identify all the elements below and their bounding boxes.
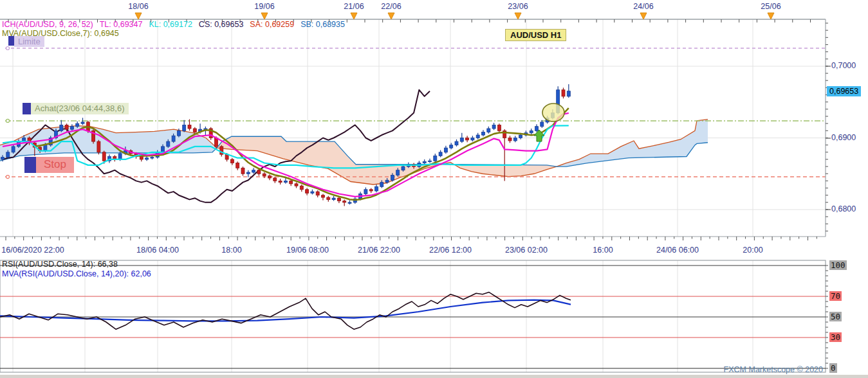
stop-order-marker-icon xyxy=(24,157,36,173)
rsi-level-label: 70 xyxy=(829,291,842,301)
date-label: 24/06 xyxy=(633,2,653,11)
time-label: 16/06/2020 22:00 xyxy=(1,246,64,255)
achat-order-label: Achat(23/06 04:44,38,6) xyxy=(31,103,129,114)
rsi-level-label: 50 xyxy=(829,312,842,321)
legend-segment-3: CS: 0,69653 xyxy=(199,20,244,29)
ichimoku-legend: ICH(AUD/USD, 9, 26, 52)TL: 0,69347KL: 0,… xyxy=(2,20,351,29)
stop-order-tag[interactable]: Stop xyxy=(24,157,74,173)
legend-segment-0: ICH(AUD/USD, 9, 26, 52) xyxy=(2,20,93,29)
time-label: 19/06 08:00 xyxy=(286,246,329,255)
date-label: 18/06 xyxy=(128,2,148,11)
achat-order-marker-icon xyxy=(23,103,31,114)
stop-order-label: Stop xyxy=(36,157,74,173)
watermark-credit: FXCM Marketscope © 2020 xyxy=(724,365,823,374)
rsi-level-label: 30 xyxy=(829,332,842,342)
price-chart-canvas[interactable] xyxy=(0,0,868,378)
symbol-timeframe-badge[interactable]: AUD/USD H1 xyxy=(505,29,566,41)
achat-order-tag[interactable]: Achat(23/06 04:44,38,6) xyxy=(23,103,129,114)
legend-segment-4: SA: 0,69259 xyxy=(250,20,294,29)
date-label: 22/06 xyxy=(381,2,401,11)
time-label: 24/06 06:00 xyxy=(656,246,699,255)
time-label: 18/06 04:00 xyxy=(136,246,179,255)
date-label: 19/06 xyxy=(254,2,274,11)
price-label: 0,6800 xyxy=(831,204,856,213)
date-label: 25/06 xyxy=(761,2,780,11)
fxcm-marketscope-window: 18/0619/0621/0622/0623/0624/0625/06 ICH(… xyxy=(0,0,868,378)
limite-order-marker-icon xyxy=(8,36,14,46)
rsi-level-label: 0 xyxy=(829,363,837,373)
time-label: 21/06 22:00 xyxy=(358,246,400,255)
legend-segment-5: SB: 0,68935 xyxy=(300,20,345,29)
rsi-legend: RSI(AUD/USD.Close, 14): 66,38 xyxy=(2,260,118,269)
time-label: 18:00 xyxy=(221,246,241,255)
time-label: 16:00 xyxy=(593,246,613,255)
time-label: 22/06 12:00 xyxy=(429,246,472,255)
limite-order-tag[interactable]: Limite xyxy=(8,36,44,47)
legend-segment-2: KL: 0,69172 xyxy=(149,20,192,29)
price-label: 0,7000 xyxy=(831,61,856,70)
date-label: 21/06 xyxy=(344,2,364,11)
time-label: 20:00 xyxy=(743,246,762,255)
window-bottom-edge xyxy=(0,375,868,378)
price-label: 0,6900 xyxy=(831,133,856,142)
time-label: 23/06 02:00 xyxy=(505,246,548,255)
rsi-mva-legend: MVA(RSI(AUD/USD.Close, 14),20): 62,06 xyxy=(2,269,151,278)
date-label: 23/06 xyxy=(508,2,528,11)
legend-segment-1: TL: 0,69347 xyxy=(100,20,143,29)
limite-order-label: Limite xyxy=(14,36,44,47)
rsi-level-label: 100 xyxy=(829,260,847,270)
current-price-tag: 0,69653 xyxy=(827,86,861,96)
